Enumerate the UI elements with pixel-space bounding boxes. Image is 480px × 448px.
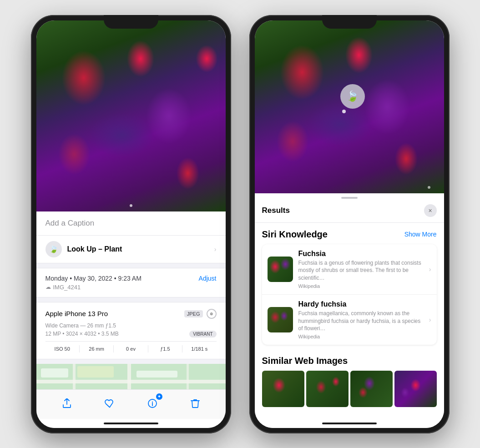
- lookup-chevron-icon: ›: [214, 246, 217, 253]
- lookup-indicator-dot: [342, 110, 346, 113]
- lookup-icon: 🍃: [45, 241, 62, 257]
- hardy-thumb-image: [268, 307, 293, 332]
- hardy-chevron-icon: ›: [429, 316, 431, 323]
- device-section: Apple iPhone 13 Pro JPEG ⊕ Wide Camera —…: [36, 302, 226, 359]
- caption-row[interactable]: Add a Caption: [36, 211, 226, 236]
- size-row: 12 MP • 3024 × 4032 • 3.5 MB VIBRANT: [45, 331, 217, 337]
- home-bar: [104, 423, 158, 424]
- results-header: Results ×: [255, 201, 444, 223]
- photo-toolbar: ✦: [36, 389, 226, 419]
- scroll-indicator: [130, 204, 132, 207]
- notch: [104, 15, 158, 29]
- right-phone: 🍃 Results × Siri Knowledge Show M: [249, 15, 450, 433]
- exif-aperture: ƒ1.5: [148, 345, 182, 352]
- svg-rect-3: [73, 364, 76, 389]
- web-image-1[interactable]: [262, 371, 304, 407]
- exif-row: ISO 50 26 mm 0 ev ƒ1.5 1/181 s: [45, 341, 217, 352]
- knowledge-item-hardy-fuchsia[interactable]: Hardy fuchsia Fuchsia magellanica, commo…: [262, 295, 437, 345]
- filename-text: IMG_4241: [53, 284, 81, 291]
- adjust-button[interactable]: Adjust: [199, 275, 217, 282]
- share-button[interactable]: [58, 394, 76, 413]
- photo-display[interactable]: [36, 20, 226, 211]
- fuchsia-description: Fuchsia is a genus of flowering plants t…: [298, 259, 424, 282]
- device-row: Apple iPhone 13 Pro JPEG ⊕: [45, 309, 217, 319]
- meta-section: Monday • May 30, 2022 • 9:23 AM Adjust ☁…: [36, 268, 226, 297]
- device-name: Apple iPhone 13 Pro: [45, 310, 108, 317]
- svg-rect-7: [77, 366, 114, 378]
- svg-rect-4: [127, 364, 131, 389]
- lookup-text: Look Up – Plant: [67, 245, 122, 253]
- home-indicator: [36, 419, 226, 428]
- results-sheet: Results × Siri Knowledge Show More: [255, 193, 444, 419]
- siri-knowledge-section: Siri Knowledge Show More Fuchsia Fuchsia…: [255, 223, 444, 350]
- filename-row: ☁ IMG_4241: [45, 284, 217, 291]
- siri-section-header: Siri Knowledge Show More: [262, 229, 437, 240]
- hardy-fuchsia-thumbnail: [268, 307, 293, 332]
- knowledge-item-fuchsia[interactable]: Fuchsia Fuchsia is a genus of flowering …: [262, 244, 437, 295]
- info-button[interactable]: ✦: [143, 394, 162, 413]
- fuchsia-thumb-image: [268, 257, 293, 282]
- delete-button[interactable]: [186, 394, 204, 413]
- right-home-bar: [322, 423, 377, 424]
- right-notch: [322, 15, 377, 29]
- web-image-4[interactable]: [394, 371, 437, 407]
- map-section[interactable]: [36, 364, 226, 389]
- right-photo-display[interactable]: 🍃: [255, 20, 444, 193]
- right-home-indicator: [255, 419, 444, 428]
- left-screen: Add a Caption 🍃 Look Up – Plant › Monday…: [36, 20, 226, 428]
- right-scroll-indicator: [428, 186, 430, 189]
- show-more-button[interactable]: Show More: [404, 231, 437, 238]
- siri-section-title: Siri Knowledge: [262, 229, 328, 240]
- photo-info-area: Add a Caption 🍃 Look Up – Plant › Monday…: [36, 211, 226, 389]
- exif-focal: 26 mm: [80, 345, 114, 352]
- camera-detail: Wide Camera — 26 mm ƒ1.5: [45, 322, 217, 329]
- web-images-row: [262, 371, 437, 407]
- fuchsia-name: Fuchsia: [298, 250, 424, 258]
- svg-rect-8: [136, 371, 177, 378]
- sheet-handle[interactable]: [341, 197, 358, 199]
- web-images-section: Similar Web Images: [255, 349, 444, 412]
- right-screen: 🍃 Results × Siri Knowledge Show M: [255, 20, 444, 428]
- cloud-icon: ☁: [45, 284, 51, 290]
- favorite-button[interactable]: [101, 394, 119, 413]
- left-phone: Add a Caption 🍃 Look Up – Plant › Monday…: [31, 15, 231, 433]
- close-button[interactable]: ×: [424, 204, 437, 217]
- hardy-fuchsia-name: Hardy fuchsia: [298, 300, 424, 308]
- fuchsia-thumbnail: [268, 257, 293, 282]
- photo-date: Monday • May 30, 2022 • 9:23 AM: [45, 275, 141, 282]
- fuchsia-source: Wikipedia: [298, 283, 424, 289]
- main-container: Add a Caption 🍃 Look Up – Plant › Monday…: [22, 6, 459, 443]
- date-row: Monday • May 30, 2022 • 9:23 AM Adjust: [45, 275, 217, 282]
- web-image-2[interactable]: [306, 371, 349, 407]
- fuchsia-chevron-icon: ›: [429, 266, 431, 273]
- web-images-title: Similar Web Images: [262, 356, 437, 366]
- svg-rect-6: [41, 368, 68, 378]
- hardy-fuchsia-description: Fuchsia magellanica, commonly known as t…: [298, 310, 424, 332]
- results-title: Results: [262, 206, 290, 215]
- device-badges: JPEG ⊕: [184, 309, 217, 319]
- vibrant-badge: VIBRANT: [189, 331, 216, 337]
- info-badge: ✦: [156, 393, 162, 400]
- fuchsia-content: Fuchsia Fuchsia is a genus of flowering …: [298, 250, 424, 289]
- size-text: 12 MP • 3024 × 4032 • 3.5 MB: [45, 331, 119, 337]
- svg-rect-5: [187, 364, 189, 389]
- visual-lookup-button[interactable]: 🍃: [340, 84, 365, 109]
- exif-iso: ISO 50: [45, 345, 80, 352]
- hardy-fuchsia-source: Wikipedia: [298, 334, 424, 339]
- caption-placeholder: Add a Caption: [45, 219, 95, 227]
- knowledge-card: Fuchsia Fuchsia is a genus of flowering …: [262, 244, 437, 345]
- web-image-3[interactable]: [350, 371, 393, 407]
- lookup-row[interactable]: 🍃 Look Up – Plant ›: [36, 236, 226, 263]
- exif-shutter: 1/181 s: [182, 345, 216, 352]
- flower-image: [36, 20, 226, 211]
- hardy-fuchsia-content: Hardy fuchsia Fuchsia magellanica, commo…: [298, 300, 424, 339]
- exif-ev: 0 ev: [114, 345, 148, 352]
- location-badge[interactable]: ⊕: [207, 309, 217, 319]
- format-badge: JPEG: [184, 310, 203, 317]
